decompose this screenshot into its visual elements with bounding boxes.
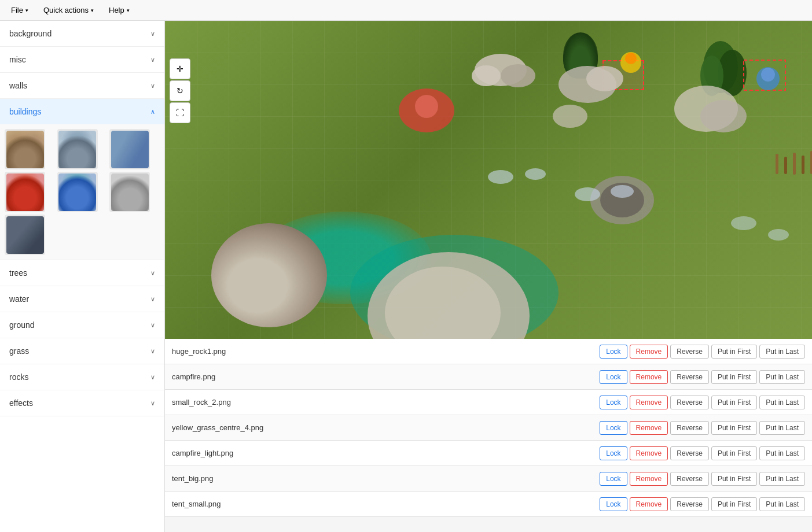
reverse-button-3[interactable]: Reverse	[670, 421, 709, 435]
put-last-button-0[interactable]: Put in Last	[759, 345, 805, 359]
chevron-up-icon-buildings: ∧	[150, 108, 155, 116]
put-first-button-1[interactable]: Put in First	[711, 370, 757, 384]
put-first-button-4[interactable]: Put in First	[711, 446, 757, 460]
lock-button-1[interactable]: Lock	[600, 370, 627, 384]
put-last-button-6[interactable]: Put in Last	[759, 497, 805, 511]
quick-actions-chevron-icon: ▾	[91, 8, 94, 13]
reverse-button-6[interactable]: Reverse	[670, 497, 709, 511]
svg-point-6	[625, 53, 637, 64]
svg-point-36	[368, 252, 530, 339]
put-first-button-3[interactable]: Put in First	[711, 421, 757, 435]
sidebar-item-walls: walls ∨	[0, 73, 164, 99]
lock-button-3[interactable]: Lock	[600, 421, 627, 435]
building-item-1[interactable]	[5, 129, 45, 169]
chevron-down-icon-effects: ∨	[150, 400, 155, 407]
list-filename-3: yellow_grass_centre_4.png	[172, 423, 600, 432]
help-menu-button[interactable]: Help ▾	[102, 3, 136, 17]
list-filename-0: huge_rock1.png	[172, 347, 600, 356]
put-last-button-3[interactable]: Put in Last	[759, 421, 805, 435]
quick-actions-menu-button[interactable]: Quick actions ▾	[37, 3, 100, 17]
sidebar-label-ground: ground	[9, 320, 35, 330]
sidebar-header-misc[interactable]: misc ∨	[0, 47, 164, 72]
list-filename-2: small_rock_2.png	[172, 398, 600, 407]
tree-element	[563, 32, 598, 79]
menu-bar: File ▾ Quick actions ▾ Help ▾	[0, 0, 812, 21]
game-canvas: ✛ ↻ ⛶	[165, 21, 812, 339]
water-element	[258, 212, 431, 304]
building-item-7[interactable]	[5, 215, 45, 255]
put-last-button-4[interactable]: Put in Last	[759, 446, 805, 460]
building-item-3[interactable]	[109, 129, 150, 169]
list-filename-5: tent_big.png	[172, 474, 600, 483]
remove-button-6[interactable]: Remove	[630, 497, 668, 511]
building-icon-7	[6, 216, 44, 254]
reverse-button-5[interactable]: Reverse	[670, 472, 709, 486]
sidebar-item-background: background ∨	[0, 21, 164, 47]
file-menu-button[interactable]: File ▾	[5, 3, 35, 17]
sidebar-header-background[interactable]: background ∨	[0, 21, 164, 46]
lock-button-5[interactable]: Lock	[600, 472, 627, 486]
remove-button-5[interactable]: Remove	[630, 472, 668, 486]
reverse-button-2[interactable]: Reverse	[670, 396, 709, 409]
lock-button-2[interactable]: Lock	[600, 396, 627, 409]
remove-button-2[interactable]: Remove	[630, 396, 668, 409]
sidebar-header-ground[interactable]: ground ∨	[0, 312, 164, 338]
sidebar-header-buildings[interactable]: buildings ∧	[0, 99, 164, 124]
chevron-down-icon-trees: ∨	[150, 269, 155, 277]
list-row: small_rock_2.png Lock Remove Reverse Put…	[165, 390, 812, 415]
building-item-5[interactable]	[57, 172, 98, 212]
sidebar-header-trees[interactable]: trees ∨	[0, 260, 164, 286]
svg-point-0	[475, 54, 527, 86]
sidebar-label-rocks: rocks	[9, 372, 28, 382]
canvas-area[interactable]: ✛ ↻ ⛶	[165, 21, 812, 339]
remove-button-3[interactable]: Remove	[630, 421, 668, 435]
sidebar-header-effects[interactable]: effects ∨	[0, 390, 164, 416]
building-item-2[interactable]	[57, 129, 98, 169]
building-item-6[interactable]	[109, 172, 150, 212]
lock-button-0[interactable]: Lock	[600, 345, 627, 359]
svg-point-2	[472, 65, 501, 86]
sidebar-header-water[interactable]: water ∨	[0, 286, 164, 312]
reverse-button-4[interactable]: Reverse	[670, 446, 709, 460]
svg-point-22	[674, 86, 738, 132]
canvas-svg-overlay	[165, 21, 812, 339]
chevron-down-icon-walls: ∨	[150, 82, 155, 90]
building-item-4[interactable]	[5, 172, 45, 212]
put-first-button-0[interactable]: Put in First	[711, 345, 757, 359]
chevron-down-icon-background: ∨	[150, 30, 155, 38]
svg-point-27	[611, 185, 634, 198]
svg-point-14	[761, 68, 775, 82]
list-row: campfire.png Lock Remove Reverse Put in …	[165, 364, 812, 390]
remove-button-0[interactable]: Remove	[630, 345, 668, 359]
sidebar-label-background: background	[9, 29, 52, 38]
reverse-button-0[interactable]: Reverse	[670, 345, 709, 359]
list-filename-6: tent_small.png	[172, 500, 600, 508]
put-last-button-1[interactable]: Put in Last	[759, 370, 805, 384]
chevron-down-icon-rocks: ∨	[150, 374, 155, 381]
svg-point-13	[756, 67, 780, 90]
remove-button-1[interactable]: Remove	[630, 370, 668, 384]
svg-point-29	[768, 229, 789, 241]
svg-rect-30	[776, 154, 778, 174]
sidebar-header-grass[interactable]: grass ∨	[0, 338, 164, 364]
rotate-tool-button[interactable]: ↻	[170, 80, 190, 101]
move-tool-button[interactable]: ✛	[170, 58, 190, 79]
reverse-button-1[interactable]: Reverse	[670, 370, 709, 384]
file-chevron-icon: ▾	[25, 8, 28, 13]
put-first-button-6[interactable]: Put in First	[711, 497, 757, 511]
sidebar-header-rocks[interactable]: rocks ∨	[0, 364, 164, 390]
sidebar-header-walls[interactable]: walls ∨	[0, 73, 164, 98]
remove-button-4[interactable]: Remove	[630, 446, 668, 460]
sidebar-label-misc: misc	[9, 55, 26, 64]
help-chevron-icon: ▾	[127, 8, 130, 13]
lock-button-6[interactable]: Lock	[600, 497, 627, 511]
put-last-button-2[interactable]: Put in Last	[759, 396, 805, 409]
put-first-button-2[interactable]: Put in First	[711, 396, 757, 409]
move-icon: ✛	[177, 64, 183, 73]
expand-tool-button[interactable]: ⛶	[170, 102, 190, 123]
right-panel: ✛ ↻ ⛶	[165, 21, 812, 532]
put-first-button-5[interactable]: Put in First	[711, 472, 757, 486]
lock-button-4[interactable]: Lock	[600, 446, 627, 460]
sidebar-label-grass: grass	[9, 346, 29, 356]
put-last-button-5[interactable]: Put in Last	[759, 472, 805, 486]
